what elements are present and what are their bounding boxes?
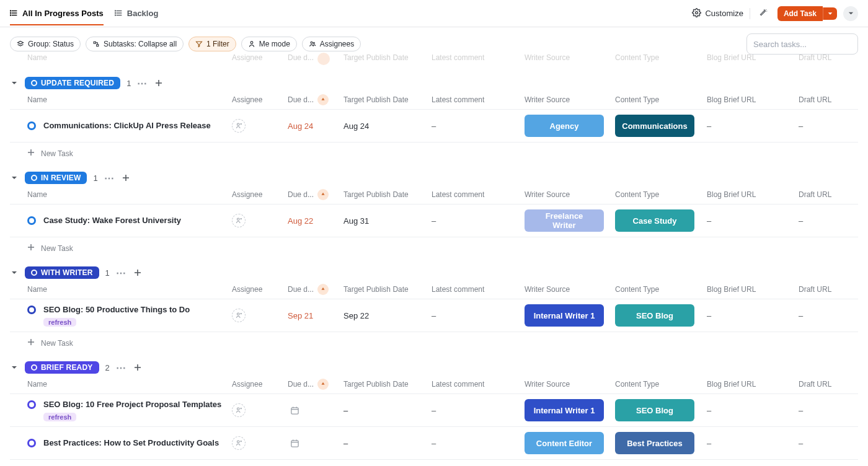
more-icon[interactable]: ⋯ (116, 362, 126, 374)
more-icon[interactable]: ⋯ (116, 267, 126, 279)
draft-url[interactable]: – (799, 439, 803, 448)
task-row[interactable]: Case Study: Wake Forest University Aug 2… (10, 204, 858, 237)
calendar-empty-icon[interactable] (288, 436, 301, 450)
list-icon (10, 9, 19, 17)
target-date[interactable]: Sep 22 (343, 311, 369, 320)
draft-url[interactable]: – (799, 311, 803, 320)
col-draft: Draft URL (799, 285, 868, 294)
assignee-empty-icon[interactable] (232, 403, 246, 417)
brief-url[interactable]: – (707, 311, 711, 320)
content-type-pill[interactable]: Best Practices (615, 432, 694, 454)
sort-asc-icon (317, 189, 329, 200)
status-dot-icon[interactable] (27, 400, 36, 409)
draft-url[interactable]: – (799, 406, 803, 415)
chip-assignees[interactable]: Assignees (302, 37, 361, 51)
col-due[interactable]: Due d... (288, 189, 343, 200)
content-type-pill[interactable]: Case Study (615, 209, 694, 232)
new-task-button[interactable]: New Task (10, 332, 858, 349)
task-tag[interactable]: refresh (43, 318, 76, 327)
task-row[interactable]: Best Practices: How to Set Productivity … (10, 427, 858, 460)
task-title[interactable]: Best Practices: How to Set Productivity … (43, 437, 219, 449)
assignee-empty-icon[interactable] (232, 436, 246, 450)
svg-point-9 (115, 11, 115, 11)
brief-url[interactable]: – (707, 406, 711, 415)
target-date[interactable]: Aug 31 (343, 216, 369, 226)
draft-url[interactable]: – (799, 216, 803, 226)
magic-wand-icon[interactable] (756, 6, 771, 21)
more-icon[interactable]: ⋯ (137, 77, 147, 89)
status-pill[interactable]: BRIEF READY (25, 361, 99, 374)
writer-source-pill[interactable]: Internal Writer 1 (525, 304, 604, 327)
content-type-pill[interactable]: SEO Blog (615, 399, 694, 421)
target-date[interactable]: – (343, 439, 348, 448)
writer-source-pill[interactable]: Internal Writer 1 (525, 399, 604, 421)
add-task-button[interactable]: Add Task (777, 6, 823, 21)
task-row[interactable]: Communications: ClickUp AI Press Release… (10, 110, 858, 143)
col-name: Name (27, 95, 232, 104)
content-type-pill[interactable]: SEO Blog (615, 304, 694, 327)
chip-subtasks[interactable]: Subtasks: Collapse all (86, 37, 184, 51)
status-pill[interactable]: IN REVIEW (25, 172, 87, 184)
chip-me-mode[interactable]: Me mode (241, 37, 297, 51)
due-date[interactable]: Aug 22 (288, 216, 313, 226)
latest-comment[interactable]: – (432, 216, 436, 226)
status-dot-icon[interactable] (27, 216, 36, 225)
collapse-caret-icon[interactable] (10, 363, 19, 372)
add-to-group-icon[interactable] (153, 77, 164, 89)
brief-url[interactable]: – (707, 121, 711, 131)
expand-caret[interactable] (843, 6, 858, 21)
chip-group-status[interactable]: Group: Status (10, 37, 81, 51)
writer-source-pill[interactable]: Freelance Writer (525, 209, 604, 232)
target-date[interactable]: Aug 24 (343, 121, 369, 131)
task-title[interactable]: Case Study: Wake Forest University (43, 215, 181, 226)
new-task-button[interactable]: New Task (10, 143, 858, 159)
calendar-empty-icon[interactable] (288, 403, 301, 417)
add-task-dropdown[interactable] (823, 7, 837, 20)
add-to-group-icon[interactable] (132, 267, 143, 278)
status-dot-icon[interactable] (27, 306, 36, 314)
status-pill[interactable]: UPDATE REQUIRED (25, 77, 120, 89)
task-title[interactable]: Communications: ClickUp AI Press Release (43, 120, 211, 131)
latest-comment[interactable]: – (432, 406, 436, 415)
add-to-group-icon[interactable] (132, 362, 143, 373)
col-target: Target Publish Date (343, 285, 432, 294)
latest-comment[interactable]: – (432, 439, 436, 448)
new-task-button[interactable]: New Task (10, 237, 858, 254)
status-dot-icon[interactable] (27, 439, 36, 447)
status-pill[interactable]: WITH WRITER (25, 266, 99, 279)
due-date[interactable]: Sep 21 (288, 311, 313, 320)
chip-filter[interactable]: 1 Filter (188, 37, 236, 51)
collapse-caret-icon[interactable] (10, 268, 19, 277)
tab-all-in-progress[interactable]: All In Progress Posts (10, 2, 104, 25)
assignee-empty-icon[interactable] (232, 214, 246, 227)
latest-comment[interactable]: – (432, 311, 436, 320)
task-tag[interactable]: refresh (43, 413, 76, 421)
status-dot-icon[interactable] (27, 121, 36, 130)
writer-source-pill[interactable]: Agency (525, 115, 604, 137)
assignee-empty-icon[interactable] (232, 309, 246, 322)
customize-button[interactable]: Customize (692, 8, 743, 19)
assignee-empty-icon[interactable] (232, 119, 246, 133)
draft-url[interactable]: – (799, 121, 803, 131)
collapse-caret-icon[interactable] (10, 79, 19, 87)
task-row[interactable]: SEO Blog: 50 Productive Things to Do ref… (10, 299, 858, 332)
add-to-group-icon[interactable] (120, 172, 131, 183)
target-date[interactable]: – (343, 406, 348, 415)
task-title[interactable]: SEO Blog: 10 Free Project Proposal Templ… (43, 399, 221, 410)
collapse-caret-icon[interactable] (10, 174, 19, 182)
latest-comment[interactable]: – (432, 121, 436, 131)
writer-source-pill[interactable]: Content Editor (525, 432, 604, 454)
col-name: Name (27, 190, 232, 199)
more-icon[interactable]: ⋯ (104, 172, 114, 184)
col-due[interactable]: Due d... (288, 379, 343, 390)
tab-backlog[interactable]: Backlog (115, 2, 159, 25)
task-row[interactable]: SEO Blog: 10 Free Project Proposal Templ… (10, 394, 858, 427)
col-due[interactable]: Due d... (288, 94, 343, 105)
due-date[interactable]: Aug 24 (288, 121, 313, 131)
content-type-pill[interactable]: Communications (615, 115, 694, 137)
col-due[interactable]: Due d... (288, 284, 343, 295)
brief-url[interactable]: – (707, 216, 711, 226)
task-title[interactable]: SEO Blog: 50 Productive Things to Do (43, 304, 190, 315)
search-input[interactable] (746, 33, 858, 55)
brief-url[interactable]: – (707, 439, 711, 448)
